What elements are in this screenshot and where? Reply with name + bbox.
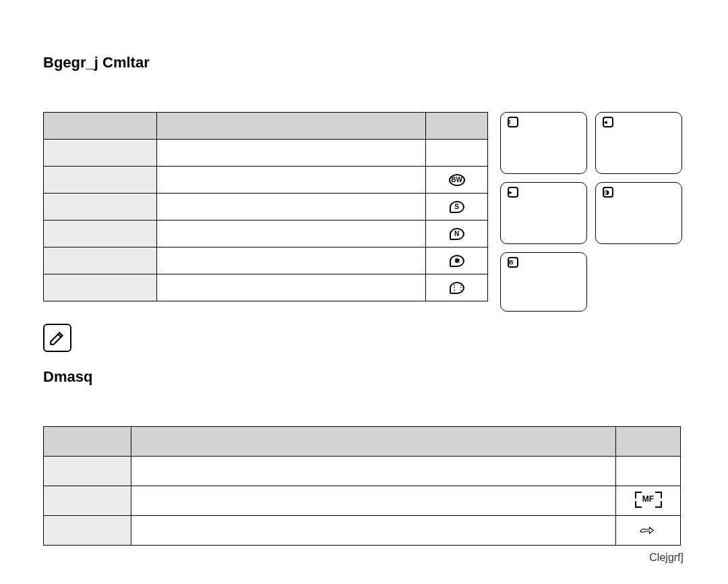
table-row [44,457,681,486]
section1-heading: Bgegr_j Cmltar [43,54,685,71]
card-badge-icon: ▸ [508,187,518,198]
note-icon [43,324,71,352]
col-header [44,113,157,140]
cell [44,221,157,247]
footer-text: Clejgrf] [649,552,684,564]
palette-grid-icon: ⋮⋮ [426,274,488,301]
cell [44,457,131,486]
card-badge-icon: ◂ [603,117,613,127]
table-row: S [44,194,488,221]
cell [156,167,425,194]
card-grid: I ◂ ▸ ◑ B [500,112,682,312]
table-row: MF [44,486,681,516]
col-header [44,427,131,457]
card-item: ▸ [500,182,587,244]
card-badge-icon: I [508,117,518,127]
table-focus: MF [43,426,681,546]
col-header [426,113,488,140]
col-header [616,427,681,457]
card-item: B [500,252,587,312]
cell [156,247,425,274]
section2-heading: Dmasq [43,368,685,386]
card-badge-icon: ◑ [603,187,613,198]
table-color: BW S N ✱ ⋮⋮ [43,112,488,301]
col-header [131,427,615,457]
table-row: BW [44,167,488,194]
card-item: I [500,112,587,174]
cell [44,516,131,546]
table-row [44,516,681,546]
table-row [44,140,488,167]
cell [131,516,615,546]
bw-icon: BW [426,167,488,194]
card-badge-icon: B [508,257,518,268]
cell [44,486,131,516]
cell [44,247,157,274]
cell [156,274,425,301]
table-row: ⋮⋮ [44,274,488,301]
card-item: ◑ [595,182,682,244]
col-header [156,113,425,140]
hand-point-icon [616,516,681,546]
table-row: N [44,221,488,247]
cell-icon [616,457,681,486]
palette-n-icon: N [426,221,488,247]
cell [44,274,157,301]
cell [44,194,157,221]
cell [131,486,615,516]
mf-icon: MF [616,486,681,516]
table-row: ✱ [44,247,488,274]
palette-s-icon: S [426,194,488,221]
table-row [44,113,488,140]
palette-star-icon: ✱ [426,247,488,274]
cell [44,167,157,194]
cell-icon [426,140,488,167]
cell [156,221,425,247]
cell [156,140,425,167]
cell [131,457,615,486]
card-item: ◂ [595,112,682,174]
table-row [44,427,681,457]
cell [156,194,425,221]
cell [44,140,157,167]
